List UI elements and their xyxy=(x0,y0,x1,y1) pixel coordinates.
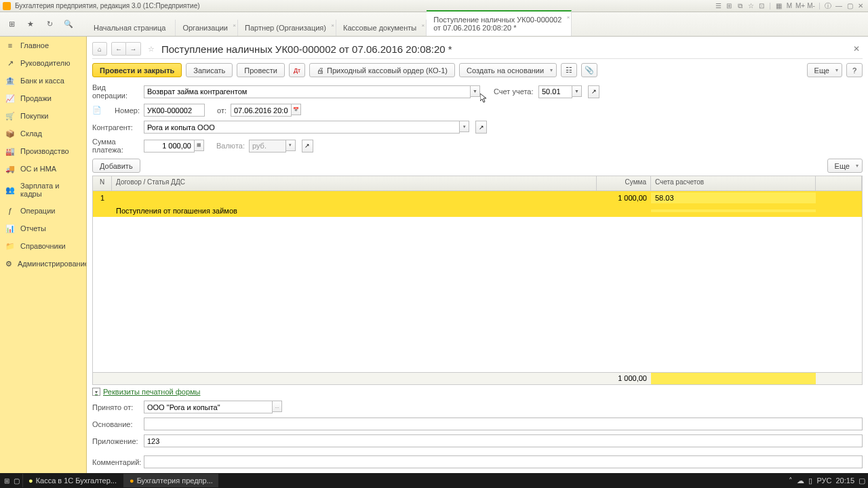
taskbar-item-1[interactable]: ●Касса в 1С Бухгалтер... xyxy=(22,474,122,487)
number-input[interactable] xyxy=(144,104,205,117)
sidebar-item-manager[interactable]: ↗Руководителю xyxy=(0,54,86,72)
close-page-icon[interactable]: ✕ xyxy=(850,44,863,54)
account-input[interactable] xyxy=(538,85,572,98)
sidebar: ≡Главное ↗Руководителю 🏦Банк и касса 📈Пр… xyxy=(0,37,87,473)
sidebar-item-sales[interactable]: 📈Продажи xyxy=(0,89,86,107)
taskview-button[interactable]: ▢ xyxy=(12,474,21,487)
dropdown-icon[interactable]: ▼ xyxy=(572,85,582,97)
tb-icon-5[interactable]: ⊡ xyxy=(757,1,766,11)
sidebar-item-assets[interactable]: 🚚ОС и НМА xyxy=(0,160,86,178)
tb-icon-4[interactable]: ☆ xyxy=(746,1,755,11)
home-button[interactable]: ⌂ xyxy=(92,42,107,56)
create-based-button[interactable]: Создать на основании xyxy=(459,63,557,77)
open-currency-button[interactable]: ↗ xyxy=(302,140,313,152)
taskbar-item-2[interactable]: ●Бухгалтерия предпр... xyxy=(123,474,218,487)
counterparty-input[interactable] xyxy=(144,121,460,134)
help-icon[interactable]: ⓘ xyxy=(823,1,833,11)
sidebar-item-admin[interactable]: ⚙Администрирование xyxy=(0,255,86,272)
th-sum[interactable]: Сумма xyxy=(597,176,651,190)
lookup-icon[interactable]: … xyxy=(273,401,282,412)
m-icon[interactable]: М xyxy=(785,1,794,11)
tray-icon[interactable]: ☁ xyxy=(797,476,804,485)
save-button[interactable]: Записать xyxy=(186,63,233,77)
open-account-button[interactable]: ↗ xyxy=(588,85,599,98)
operations-icon: ƒ xyxy=(5,206,15,216)
sidebar-item-reports[interactable]: 📊Отчеты xyxy=(0,220,86,237)
doc-status-icon: 📄 xyxy=(92,106,102,115)
table-row[interactable]: Поступления от погашения займов xyxy=(93,204,862,217)
tab-close-icon[interactable]: × xyxy=(331,22,334,28)
accepted-input[interactable] xyxy=(144,401,273,413)
attach-button[interactable]: 📎 xyxy=(581,63,597,77)
tb-icon-3[interactable]: ⧉ xyxy=(735,1,745,11)
history-icon[interactable]: ↻ xyxy=(43,18,56,30)
date-input[interactable] xyxy=(231,104,292,117)
apps-icon[interactable]: ⊞ xyxy=(5,18,18,30)
m-minus-icon[interactable]: М- xyxy=(806,1,816,11)
close-icon[interactable]: ✕ xyxy=(856,1,865,11)
th-acc[interactable]: Счета расчетов xyxy=(651,176,816,190)
table-more-button[interactable]: Еще xyxy=(827,159,863,173)
tab-partner[interactable]: Партнер (Организация)× xyxy=(238,20,336,36)
basis-input[interactable] xyxy=(144,418,863,430)
calc-icon[interactable]: ▦ xyxy=(195,140,204,151)
sidebar-item-operations[interactable]: ƒОперации xyxy=(0,202,86,220)
post-and-close-button[interactable]: Провести и закрыть xyxy=(92,63,182,77)
table-row[interactable]: 1 1 000,00 58.03 xyxy=(93,191,862,204)
print-pko-button[interactable]: 🖨Приходный кассовый ордер (КО-1) xyxy=(309,63,455,77)
comment-label: Комментарий: xyxy=(92,458,140,466)
sales-icon: 📈 xyxy=(5,94,15,103)
dropdown-icon[interactable]: ▼ xyxy=(471,85,480,97)
sidebar-item-catalogs[interactable]: 📁Справочники xyxy=(0,237,86,255)
sidebar-item-purchases[interactable]: 🛒Покупки xyxy=(0,107,86,125)
sidebar-item-main[interactable]: ≡Главное xyxy=(0,37,86,54)
th-n[interactable]: N xyxy=(93,176,112,190)
sidebar-item-salary[interactable]: 👥Зарплата и кадры xyxy=(0,178,86,202)
start-button[interactable]: ⊞ xyxy=(3,474,11,487)
more-button[interactable]: Еще xyxy=(807,63,842,77)
favorite-button[interactable]: ☆ xyxy=(145,43,157,55)
star-icon[interactable]: ★ xyxy=(24,18,37,30)
tray-icon[interactable]: ▯ xyxy=(808,476,812,485)
maximize-icon[interactable]: ▢ xyxy=(845,1,854,11)
comment-input[interactable] xyxy=(144,455,863,468)
open-counterparty-button[interactable]: ↗ xyxy=(475,121,487,134)
print-section-toggle[interactable]: ▾ Реквизиты печатной формы xyxy=(92,385,863,399)
m-plus-icon[interactable]: М+ xyxy=(795,1,805,11)
sum-input[interactable] xyxy=(144,140,195,152)
tab-start[interactable]: Начальная страница xyxy=(87,20,176,36)
tray-icon[interactable]: ˄ xyxy=(789,476,793,485)
sidebar-item-warehouse[interactable]: 📦Склад xyxy=(0,125,86,142)
app-icon xyxy=(3,2,11,10)
op-type-input[interactable] xyxy=(144,85,471,98)
attachment-label: Приложение: xyxy=(92,437,140,445)
sidebar-item-production[interactable]: 🏭Производство xyxy=(0,142,86,160)
th-doc[interactable]: Договор / Статья ДДС xyxy=(112,176,597,190)
minimize-icon[interactable]: — xyxy=(834,1,844,11)
calendar-icon[interactable]: 📅 xyxy=(292,104,301,115)
forward-button[interactable]: → xyxy=(126,42,141,56)
search-icon[interactable]: 🔍 xyxy=(62,18,75,30)
dropdown-icon[interactable]: ▾ xyxy=(460,121,469,132)
tab-close-icon[interactable]: × xyxy=(233,22,236,28)
back-button[interactable]: ← xyxy=(111,42,126,56)
attachment-input[interactable] xyxy=(144,434,863,447)
structure-button[interactable]: ☷ xyxy=(561,63,577,77)
tb-icon-2[interactable]: ⊞ xyxy=(724,1,734,11)
tab-receipt[interactable]: Поступление наличных УК00-000002от 07.06… xyxy=(427,10,572,36)
sidebar-item-bank[interactable]: 🏦Банк и касса xyxy=(0,72,86,89)
notifications-icon[interactable]: ▢ xyxy=(859,476,865,485)
dt-kt-button[interactable]: Дт xyxy=(289,63,305,77)
clock[interactable]: 20:15 xyxy=(835,476,854,485)
tab-close-icon[interactable]: × xyxy=(422,22,425,28)
tb-icon-1[interactable]: ☰ xyxy=(713,1,723,11)
tab-orgs[interactable]: Организации× xyxy=(176,20,238,36)
add-button[interactable]: Добавить xyxy=(92,159,140,173)
help-button[interactable]: ? xyxy=(846,63,863,77)
tab-close-icon[interactable]: × xyxy=(567,14,570,20)
lang-indicator[interactable]: РУС xyxy=(816,476,831,485)
post-button[interactable]: Провести xyxy=(237,63,285,77)
tab-cash-docs[interactable]: Кассовые документы× xyxy=(336,20,427,36)
calc-icon[interactable]: ▦ xyxy=(774,1,783,11)
dropdown-icon[interactable]: ▾ xyxy=(286,140,296,151)
